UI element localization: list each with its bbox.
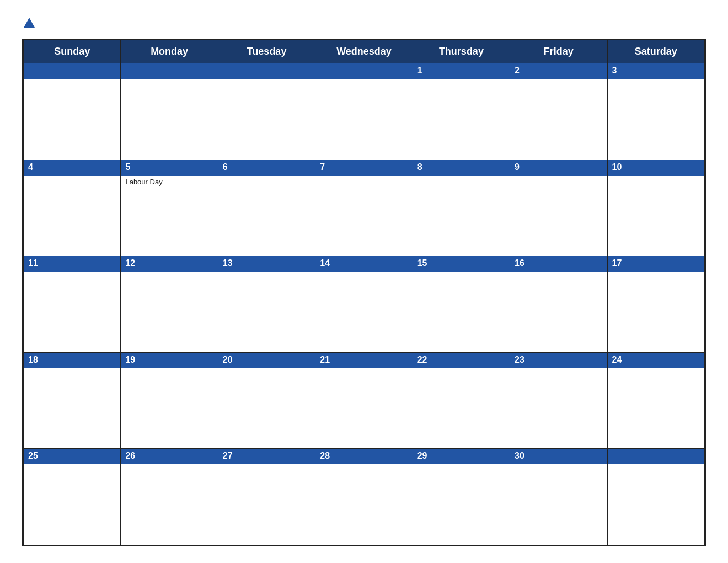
calendar-cell: 29 — [413, 449, 510, 545]
calendar-cell: 24 — [607, 352, 704, 449]
calendar-cell — [121, 63, 218, 160]
calendar-week-2: 45Labour Day678910 — [24, 160, 705, 256]
calendar-cell: 1 — [413, 63, 510, 160]
calendar-cell — [24, 63, 121, 160]
calendar-cell: 21 — [315, 352, 413, 449]
weekday-sunday: Sunday — [24, 40, 121, 63]
calendar-cell: 12 — [121, 256, 218, 353]
date-number: 22 — [413, 353, 510, 368]
page-header — [22, 17, 706, 29]
calendar-cell: 23 — [510, 352, 607, 449]
calendar-cell: 7 — [315, 160, 413, 256]
date-number: 24 — [608, 353, 704, 368]
date-number: 19 — [121, 353, 217, 368]
calendar-cell: 14 — [315, 256, 413, 353]
calendar-cell: 3 — [607, 63, 704, 160]
date-number: 12 — [121, 256, 217, 272]
date-number: 29 — [413, 449, 510, 464]
date-number: 4 — [24, 160, 120, 176]
calendar-table: SundayMondayTuesdayWednesdayThursdayFrid… — [23, 40, 705, 545]
date-number: 2 — [510, 63, 607, 79]
calendar-cell: 11 — [24, 256, 121, 353]
calendar-cell: 26 — [121, 449, 218, 545]
calendar-week-5: 252627282930 — [24, 449, 705, 545]
date-number: 3 — [608, 63, 704, 79]
date-number: 15 — [413, 256, 510, 272]
date-number: 14 — [315, 256, 412, 272]
date-number: 10 — [608, 160, 704, 176]
empty-date-bar — [24, 63, 120, 79]
logo-triangle-icon — [23, 17, 35, 29]
calendar-cell: 5Labour Day — [121, 160, 218, 256]
weekday-thursday: Thursday — [413, 40, 510, 63]
date-number: 26 — [121, 449, 217, 464]
empty-date-bar — [608, 449, 704, 464]
date-number: 1 — [413, 63, 510, 79]
date-number: 21 — [315, 353, 412, 368]
date-number: 16 — [510, 256, 607, 272]
calendar-cell — [315, 63, 413, 160]
calendar-cell: 27 — [218, 449, 315, 545]
logo — [22, 17, 36, 29]
date-number: 9 — [510, 160, 607, 176]
calendar: SundayMondayTuesdayWednesdayThursdayFrid… — [22, 39, 706, 546]
date-number: 11 — [24, 256, 120, 272]
calendar-cell: 18 — [24, 352, 121, 449]
calendar-cell: 16 — [510, 256, 607, 353]
weekday-friday: Friday — [510, 40, 607, 63]
date-number: 13 — [218, 256, 315, 272]
date-number: 7 — [315, 160, 412, 176]
calendar-week-4: 18192021222324 — [24, 352, 705, 449]
date-number: 6 — [218, 160, 315, 176]
date-number: 20 — [218, 353, 315, 368]
date-number: 5 — [121, 160, 217, 176]
empty-date-bar — [218, 63, 315, 79]
calendar-cell: 13 — [218, 256, 315, 353]
calendar-cell — [218, 63, 315, 160]
calendar-cell: 15 — [413, 256, 510, 353]
weekday-monday: Monday — [121, 40, 218, 63]
weekday-saturday: Saturday — [607, 40, 704, 63]
calendar-cell: 8 — [413, 160, 510, 256]
calendar-cell: 10 — [607, 160, 704, 256]
empty-date-bar — [121, 63, 217, 79]
holiday-label: Labour Day — [121, 176, 217, 188]
calendar-body: 12345Labour Day6789101112131415161718192… — [24, 63, 705, 545]
calendar-cell: 30 — [510, 449, 607, 545]
date-number: 27 — [218, 449, 315, 464]
date-number: 18 — [24, 353, 120, 368]
calendar-week-3: 11121314151617 — [24, 256, 705, 353]
date-number: 30 — [510, 449, 607, 464]
svg-marker-0 — [24, 18, 35, 28]
date-number: 17 — [608, 256, 704, 272]
calendar-cell: 22 — [413, 352, 510, 449]
calendar-cell: 6 — [218, 160, 315, 256]
weekday-wednesday: Wednesday — [315, 40, 413, 63]
calendar-header: SundayMondayTuesdayWednesdayThursdayFrid… — [24, 40, 705, 63]
calendar-cell: 20 — [218, 352, 315, 449]
date-number: 25 — [24, 449, 120, 464]
calendar-week-1: 123 — [24, 63, 705, 160]
weekday-header-row: SundayMondayTuesdayWednesdayThursdayFrid… — [24, 40, 705, 63]
date-number: 23 — [510, 353, 607, 368]
calendar-cell — [607, 449, 704, 545]
weekday-tuesday: Tuesday — [218, 40, 315, 63]
calendar-cell: 19 — [121, 352, 218, 449]
calendar-cell: 2 — [510, 63, 607, 160]
date-number: 8 — [413, 160, 510, 176]
calendar-cell: 28 — [315, 449, 413, 545]
calendar-cell: 4 — [24, 160, 121, 256]
calendar-cell: 17 — [607, 256, 704, 353]
empty-date-bar — [315, 63, 412, 79]
calendar-cell: 25 — [24, 449, 121, 545]
date-number: 28 — [315, 449, 412, 464]
calendar-cell: 9 — [510, 160, 607, 256]
